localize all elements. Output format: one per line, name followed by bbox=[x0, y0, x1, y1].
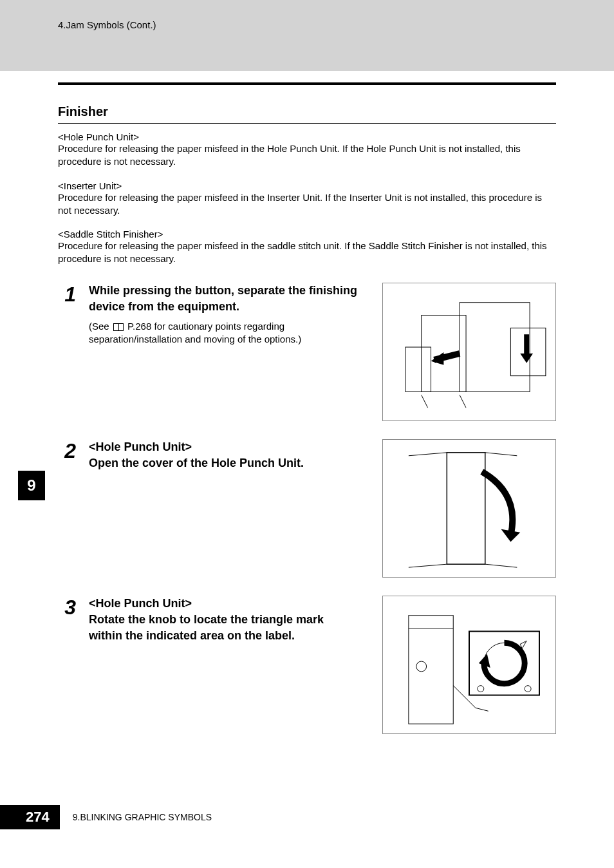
page-number: 274 bbox=[0, 805, 60, 829]
printer-separation-diagram bbox=[383, 283, 555, 420]
intro-inserter: <Inserter Unit> Procedure for releasing … bbox=[58, 180, 556, 218]
intro-hole-punch: <Hole Punch Unit> Procedure for releasin… bbox=[58, 131, 556, 169]
divider-thick bbox=[58, 82, 556, 85]
note-ref: P.268 bbox=[127, 321, 151, 332]
step-number: 3 bbox=[58, 596, 76, 734]
svg-marker-3 bbox=[431, 352, 444, 364]
step-1: 1 While pressing the button, separate th… bbox=[58, 283, 556, 421]
svg-point-16 bbox=[416, 661, 427, 672]
intro-label: <Saddle Stitch Finisher> bbox=[58, 229, 556, 240]
svg-point-21 bbox=[525, 685, 531, 692]
svg-rect-8 bbox=[447, 452, 485, 563]
svg-rect-0 bbox=[460, 302, 530, 392]
intro-text: Procedure for releasing the paper misfee… bbox=[58, 142, 556, 169]
svg-line-10 bbox=[485, 452, 517, 455]
step-note: (See P.268 for cautionary points regardi… bbox=[89, 320, 360, 346]
step-title: <Hole Punch Unit> Rotate the knob to loc… bbox=[89, 596, 360, 645]
intro-label: <Hole Punch Unit> bbox=[58, 131, 556, 142]
svg-line-13 bbox=[485, 564, 517, 567]
intro-text: Procedure for releasing the paper misfee… bbox=[58, 191, 556, 218]
intro-text: Procedure for releasing the paper misfee… bbox=[58, 240, 556, 266]
step-content: <Hole Punch Unit> Open the cover of the … bbox=[89, 439, 369, 578]
step-3: 3 <Hole Punch Unit> Rotate the knob to l… bbox=[58, 596, 556, 734]
step-1-illustration bbox=[382, 283, 556, 421]
svg-marker-5 bbox=[520, 353, 533, 363]
step-content: While pressing the button, separate the … bbox=[89, 283, 369, 421]
footer-chapter-label: 9.BLINKING GRAPHIC SYMBOLS bbox=[73, 812, 212, 822]
svg-line-7 bbox=[460, 395, 466, 408]
page-footer: 274 9.BLINKING GRAPHIC SYMBOLS bbox=[0, 805, 614, 829]
step-title: <Hole Punch Unit> Open the cover of the … bbox=[89, 439, 360, 471]
step-2: 2 <Hole Punch Unit> Open the cover of th… bbox=[58, 439, 556, 578]
knob-rotation-diagram bbox=[383, 596, 555, 733]
step-3-illustration bbox=[382, 596, 556, 734]
svg-line-12 bbox=[409, 564, 447, 567]
svg-line-6 bbox=[422, 395, 428, 408]
page-content: Finisher <Hole Punch Unit> Procedure for… bbox=[0, 82, 614, 734]
page-header: 4.Jam Symbols (Cont.) bbox=[0, 0, 614, 71]
svg-point-20 bbox=[478, 685, 484, 692]
book-icon bbox=[113, 323, 124, 331]
step-number: 1 bbox=[58, 283, 76, 421]
step-2-illustration bbox=[382, 439, 556, 578]
chapter-tab: 9 bbox=[18, 471, 45, 500]
svg-line-9 bbox=[409, 452, 447, 455]
intro-label: <Inserter Unit> bbox=[58, 180, 556, 191]
hole-punch-cover-diagram bbox=[383, 440, 555, 577]
section-title: Finisher bbox=[58, 104, 556, 124]
svg-marker-11 bbox=[501, 529, 521, 542]
intro-saddle-stitch: <Saddle Stitch Finisher> Procedure for r… bbox=[58, 229, 556, 266]
note-prefix: (See bbox=[89, 321, 112, 332]
svg-rect-2 bbox=[405, 347, 431, 392]
step-content: <Hole Punch Unit> Rotate the knob to loc… bbox=[89, 596, 369, 734]
header-breadcrumb: 4.Jam Symbols (Cont.) bbox=[58, 19, 614, 30]
step-title: While pressing the button, separate the … bbox=[89, 283, 360, 315]
svg-rect-14 bbox=[409, 615, 453, 723]
step-number: 2 bbox=[58, 439, 76, 578]
